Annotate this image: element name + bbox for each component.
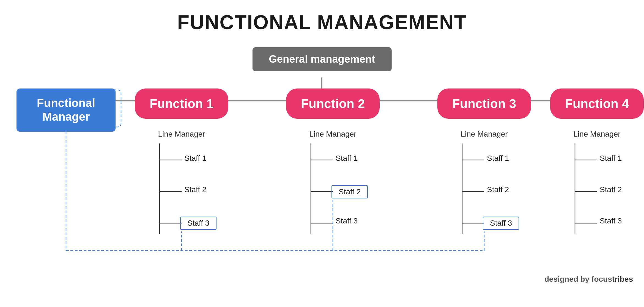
func2-staff3: Staff 3 <box>336 217 358 225</box>
func2-staff1: Staff 1 <box>336 154 358 163</box>
lm3-label: Line Manager <box>437 130 531 139</box>
page-title: FUNCTIONAL MANAGEMENT <box>0 0 644 42</box>
func1-staff2: Staff 2 <box>184 185 206 194</box>
function4-box: Function 4 <box>550 88 644 119</box>
func1-staff3-highlighted: Staff 3 <box>180 217 217 230</box>
function1-box: Function 1 <box>135 88 228 119</box>
connector-svg <box>0 42 644 289</box>
watermark-suffix: tribes <box>612 275 633 283</box>
watermark: designed by focustribes <box>544 275 633 284</box>
function3-box: Function 3 <box>437 88 531 119</box>
watermark-prefix: designed by focus <box>544 275 612 283</box>
diagram-container: General management Functional Manager Fu… <box>0 42 644 289</box>
func3-staff1: Staff 1 <box>487 154 509 163</box>
lm2-label: Line Manager <box>286 130 380 139</box>
func2-staff2-highlighted: Staff 2 <box>331 185 368 198</box>
lm1-label: Line Manager <box>135 130 228 139</box>
func4-staff3: Staff 3 <box>600 217 622 225</box>
func4-staff2: Staff 2 <box>600 185 622 194</box>
func4-staff1: Staff 1 <box>600 154 622 163</box>
gm-box: General management <box>252 47 391 71</box>
func3-staff3-highlighted: Staff 3 <box>483 217 519 230</box>
function2-box: Function 2 <box>286 88 380 119</box>
func3-staff2: Staff 2 <box>487 185 509 194</box>
func1-staff1: Staff 1 <box>184 154 206 163</box>
functional-manager-box: Functional Manager <box>17 88 116 132</box>
lm4-label: Line Manager <box>550 130 644 139</box>
